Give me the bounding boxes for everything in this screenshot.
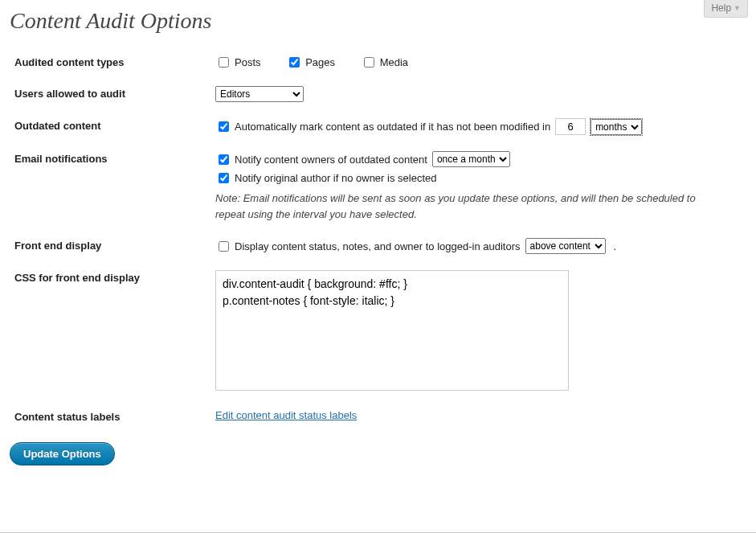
help-tab[interactable]: Help ▼ [704,0,748,18]
textarea-css[interactable] [215,270,569,391]
select-outdated-unit[interactable]: months [590,119,642,135]
checkbox-notify-author-label: Notify original author if no owner is se… [235,172,436,184]
update-options-button[interactable]: Update Options [10,442,115,465]
page-title: Content Audit Options [10,8,756,34]
select-users-allowed[interactable]: Editors [215,86,304,102]
checkbox-notify-owners-label: Notify content owners of outdated conten… [235,154,427,166]
input-outdated-number[interactable] [555,118,586,135]
checkbox-notify-author[interactable]: Notify original author if no owner is se… [215,170,436,186]
checkbox-posts[interactable]: Posts [215,55,261,70]
row-label-frontend: Front end display [14,233,215,265]
row-label-users-allowed: Users allowed to audit [14,81,215,113]
row-label-audited-types: Audited content types [14,50,215,81]
checkbox-notify-author-input[interactable] [219,173,229,183]
checkbox-auto-outdated[interactable]: Automatically mark content as outdated i… [215,119,550,134]
checkbox-pages-input[interactable] [289,57,300,68]
checkbox-media[interactable]: Media [361,55,408,70]
frontend-period: . [614,240,617,252]
checkbox-auto-outdated-input[interactable] [219,121,229,132]
checkbox-auto-outdated-label: Automatically mark content as outdated i… [235,121,550,133]
checkbox-pages[interactable]: Pages [286,55,335,70]
row-label-css: CSS for front end display [14,265,215,404]
checkbox-media-label: Media [380,56,408,68]
checkbox-frontend-display-input[interactable] [219,241,229,252]
checkbox-frontend-display[interactable]: Display content status, notes, and owner… [215,239,521,254]
row-label-outdated: Outdated content [14,113,215,146]
chevron-down-icon: ▼ [734,4,741,12]
link-edit-status-labels[interactable]: Edit content audit status labels [215,409,357,421]
checkbox-posts-label: Posts [235,56,261,68]
checkbox-frontend-display-label: Display content status, notes, and owner… [235,240,521,252]
row-label-status: Content status labels [14,404,215,434]
checkbox-media-input[interactable] [364,57,374,68]
options-form: Audited content types Posts Pages Media … [14,50,746,434]
checkbox-notify-owners-input[interactable] [219,154,229,165]
checkbox-pages-label: Pages [305,56,335,68]
row-label-email: Email notifications [14,146,215,233]
select-notify-frequency[interactable]: once a month [432,151,510,167]
checkbox-posts-input[interactable] [219,57,229,68]
email-note: Note: Email notifications will be sent a… [215,191,713,222]
checkbox-notify-owners[interactable]: Notify content owners of outdated conten… [215,152,427,167]
help-label: Help [711,2,731,14]
select-frontend-position[interactable]: above content [525,238,606,254]
